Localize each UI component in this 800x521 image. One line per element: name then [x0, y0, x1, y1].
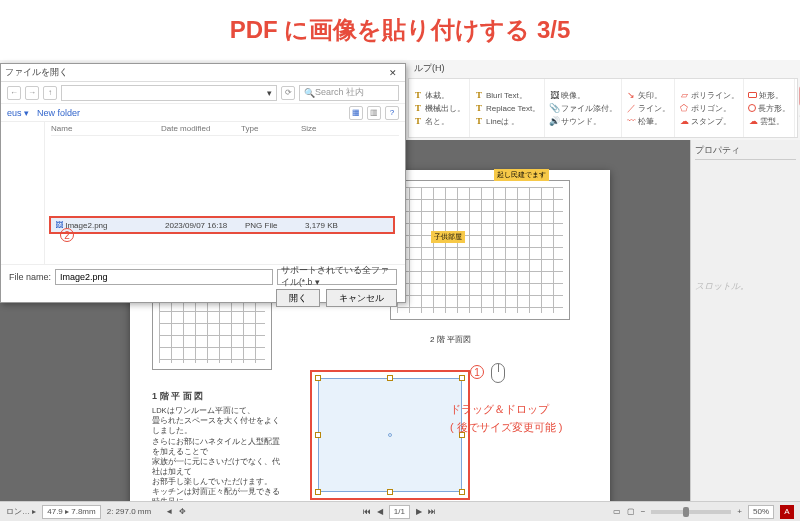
page-prev-icon[interactable]: ⏮ — [363, 507, 371, 516]
floorplan-2f: 起し民建でます 子供部屋 — [390, 180, 570, 320]
properties-panel: プロパティ スロットル。 — [690, 140, 800, 501]
status-cursor-icon[interactable]: ✥ — [179, 507, 186, 516]
mouse-icon — [491, 363, 505, 383]
ribbon-pencil[interactable]: 〰松筆。 — [626, 116, 670, 127]
floor-2-label: 2 階 平面図 — [430, 334, 471, 345]
ribbon-text-style[interactable]: T体裁。 — [413, 90, 465, 101]
zoom-in-icon[interactable]: + — [737, 507, 742, 516]
zoom-out-icon[interactable]: − — [641, 507, 646, 516]
resize-handle[interactable] — [387, 489, 393, 495]
image-drop-area[interactable] — [310, 370, 470, 500]
page-last-icon[interactable]: ⏭ — [428, 507, 436, 516]
search-input[interactable]: 🔍 Search 社内 — [299, 85, 399, 101]
resize-handle[interactable] — [315, 489, 321, 495]
ribbon-replacetext[interactable]: TReplace Text。 — [474, 103, 540, 114]
zoom-slider[interactable] — [651, 510, 731, 514]
breadcrumb[interactable]: ▾ — [61, 85, 277, 101]
view-icon[interactable]: ▦ — [349, 106, 363, 120]
ribbon-polyline[interactable]: ▱ポリライン。 — [679, 90, 739, 101]
properties-header: プロパティ — [695, 144, 796, 160]
ribbon-line-text[interactable]: TLineは 。 — [474, 116, 540, 127]
ribbon-text-machine[interactable]: T機械出し。 — [413, 103, 465, 114]
ribbon-toolbar: T体裁。 T機械出し。 T名と。 TBlurl Text。 TReplace T… — [408, 78, 798, 138]
resize-handle[interactable] — [315, 375, 321, 381]
file-list[interactable]: Name Date modified Type Size 🖼 Image2.pn… — [45, 122, 405, 264]
fit-page-icon[interactable]: ▢ — [627, 507, 635, 516]
resize-handle[interactable] — [315, 432, 321, 438]
dialog-title: ファイルを開く — [5, 66, 68, 79]
ribbon-tab[interactable]: ルプ(H) — [408, 62, 445, 78]
annotation-2: 2 — [60, 228, 74, 242]
ribbon-attach[interactable]: 📎ファイル添付。 — [549, 103, 617, 114]
folder-tree[interactable] — [1, 122, 45, 264]
file-open-dialog: ファイルを開く ✕ ← → ↑ ▾ ⟳ 🔍 Search 社内 eus ▾ Ne… — [0, 63, 406, 303]
file-filter[interactable]: サポートされている全ファイル(*.b ▾ — [277, 269, 397, 285]
column-headers[interactable]: Name Date modified Type Size — [51, 122, 399, 136]
file-type: PNG File — [245, 221, 305, 230]
file-size: 3,179 KB — [305, 221, 365, 230]
ribbon-image[interactable]: 🖼映像。 — [549, 90, 617, 101]
resize-handle[interactable] — [387, 375, 393, 381]
ribbon-polygon[interactable]: ⬠ポリゴン。 — [679, 103, 739, 114]
tutorial-title: PDF に画像を貼り付けする 3/5 — [0, 0, 800, 56]
organize-menu[interactable]: eus ▾ — [7, 108, 29, 118]
annotation-drag: ドラッグ＆ドロップ — [450, 402, 549, 417]
ribbon-line[interactable]: ／ライン。 — [626, 103, 670, 114]
ribbon-text-name[interactable]: T名と。 — [413, 116, 465, 127]
ribbon-arrow[interactable]: ↘矢印。 — [626, 90, 670, 101]
ribbon-blurtext[interactable]: TBlurl Text。 — [474, 90, 540, 101]
cancel-button[interactable]: キャンセル — [326, 289, 397, 307]
ribbon-cloud[interactable]: ☁雲型。 — [748, 116, 790, 127]
refresh-icon[interactable]: ⟳ — [281, 86, 295, 100]
open-button[interactable]: 開く — [276, 289, 320, 307]
close-icon[interactable]: ✕ — [385, 68, 401, 78]
annotation-resize: ( 後でサイズ変更可能 ) — [450, 420, 562, 435]
new-folder[interactable]: New folder — [37, 108, 80, 118]
plan-tag: 起し民建でます — [494, 169, 549, 181]
page-next-icon[interactable]: ▶ — [416, 507, 422, 516]
adobe-icon[interactable]: A — [780, 505, 794, 519]
nav-back-icon[interactable]: ← — [7, 86, 21, 100]
status-dim: 47.9 ▸ 7.8mm — [42, 505, 100, 519]
status-bar: ロン… ▸ 47.9 ▸ 7.8mm 2: 297.0 mm ◄ ✥ ⏮ ◀ 1… — [0, 501, 800, 521]
resize-handle[interactable] — [459, 375, 465, 381]
annotation-1: 1 — [470, 363, 505, 383]
ribbon-oval[interactable]: 長方形。 — [748, 103, 790, 114]
rect-icon — [748, 92, 757, 98]
fit-width-icon[interactable]: ▭ — [613, 507, 621, 516]
status-left[interactable]: ロン… ▸ — [6, 506, 36, 517]
floor-1-title: 1 階 平 面 図 — [152, 390, 282, 402]
page-indicator: 1/1 — [389, 505, 410, 519]
zoom-value[interactable]: 50% — [748, 505, 774, 519]
resize-handle[interactable] — [459, 489, 465, 495]
properties-note: スロットル。 — [695, 280, 796, 293]
circle-icon — [748, 104, 756, 112]
ribbon-stamp-item[interactable]: ☁スタンプ。 — [679, 116, 739, 127]
filename-input[interactable] — [55, 269, 273, 285]
filename-label: File name: — [9, 272, 51, 282]
preview-icon[interactable]: ▥ — [367, 106, 381, 120]
nav-fwd-icon[interactable]: → — [25, 86, 39, 100]
center-handle[interactable] — [388, 433, 392, 437]
file-row-selected[interactable]: 🖼 Image2.png 2023/09/07 16:18 PNG File 3… — [49, 216, 395, 234]
help-icon[interactable]: ? — [385, 106, 399, 120]
status-dim2: 2: 297.0 mm — [107, 507, 151, 516]
file-date: 2023/09/07 16:18 — [165, 221, 245, 230]
page-back-icon[interactable]: ◀ — [377, 507, 383, 516]
plan-room-label: 子供部屋 — [431, 231, 465, 243]
description-block: 1 階 平 面 図 LDKはワンルーム平面にて、 畳られたスペースを大く付せをよ… — [152, 390, 282, 501]
ribbon-sound[interactable]: 🔊サウンド。 — [549, 116, 617, 127]
ribbon-rect[interactable]: 矩形。 — [748, 90, 790, 101]
nav-up-icon[interactable]: ↑ — [43, 86, 57, 100]
